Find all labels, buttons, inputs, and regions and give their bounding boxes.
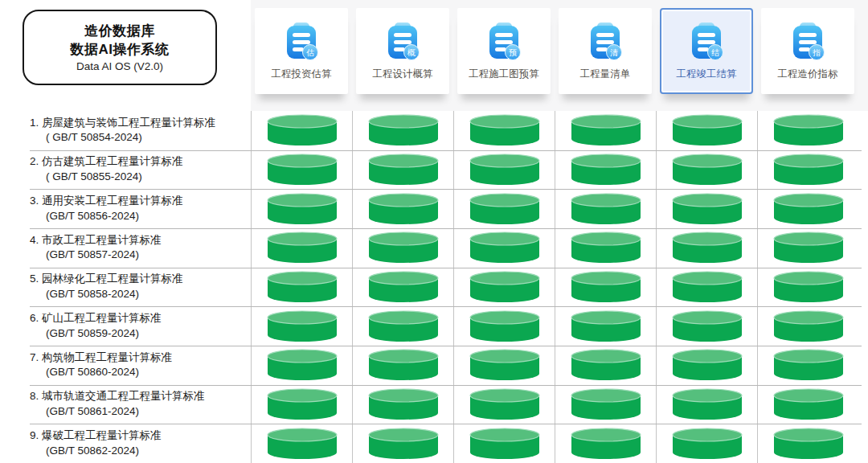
db-cell-r9-c1[interactable] — [251, 424, 352, 463]
db-cell-r1-c1[interactable] — [251, 111, 352, 150]
database-cylinder-icon — [267, 232, 338, 264]
db-cell-r8-c6[interactable] — [757, 385, 858, 424]
db-cell-r2-c6[interactable] — [757, 150, 858, 190]
db-cell-r5-c1[interactable] — [251, 268, 352, 307]
db-cell-r4-c5[interactable] — [656, 228, 757, 268]
db-cell-r3-c4[interactable] — [555, 189, 656, 228]
db-cell-r1-c3[interactable] — [453, 111, 555, 150]
db-cell-r5-c3[interactable] — [453, 268, 555, 307]
db-cell-r4-c6[interactable] — [757, 228, 858, 268]
database-cylinder-icon — [672, 310, 743, 342]
database-cylinder-icon — [267, 154, 338, 186]
standard-code: (GB/T 50859-2024) — [30, 326, 251, 342]
database-cylinder-icon — [469, 428, 540, 460]
db-cell-r6-c4[interactable] — [555, 306, 656, 346]
standard-code: (GB/T 50860-2024) — [30, 365, 251, 380]
db-cell-r8-c1[interactable] — [251, 385, 352, 424]
database-cylinder-icon — [773, 232, 844, 264]
db-cell-r3-c3[interactable] — [453, 189, 555, 228]
db-cell-r3-c5[interactable] — [656, 189, 757, 228]
row-label: 9. 爆破工程工程量计算标准 (GB/T 50862-2024) — [0, 424, 251, 463]
phase-tab-6[interactable]: 指 工程造价指标 — [761, 8, 854, 94]
db-cell-r8-c5[interactable] — [656, 385, 757, 424]
database-cylinder-icon — [469, 310, 540, 342]
database-cylinder-icon — [267, 114, 338, 146]
db-cell-r7-c5[interactable] — [656, 346, 757, 385]
database-cylinder-icon — [773, 154, 844, 186]
db-cell-r5-c5[interactable] — [656, 268, 757, 307]
database-cylinder-icon — [469, 349, 540, 381]
db-cell-r1-c2[interactable] — [352, 111, 453, 150]
app-title-box: 造价数据库 数据AI操作系统 Data AI OS (V2.0) — [23, 10, 217, 85]
db-cell-r2-c5[interactable] — [656, 150, 757, 190]
phase-badge-icon: 概 — [404, 44, 420, 59]
database-cylinder-icon — [368, 232, 439, 264]
phase-tab-1[interactable]: 估 工程投资估算 — [255, 8, 348, 94]
db-cell-r6-c3[interactable] — [453, 306, 555, 346]
db-cell-r3-c2[interactable] — [352, 189, 453, 228]
db-cell-r3-c6[interactable] — [757, 189, 858, 228]
standard-code: (GB/T 50861-2024) — [30, 404, 251, 420]
db-cell-r1-c6[interactable] — [757, 111, 858, 150]
db-cell-r7-c4[interactable] — [555, 346, 656, 385]
db-cell-r8-c2[interactable] — [352, 385, 453, 424]
db-cell-r9-c6[interactable] — [757, 424, 858, 463]
phase-tab-label: 工程竣工结算 — [677, 68, 737, 81]
database-cylinder-icon — [571, 271, 641, 303]
standard-code: (GB/T 50862-2024) — [30, 444, 251, 459]
db-cell-r2-c1[interactable] — [251, 150, 352, 190]
phase-tab-label: 工程设计概算 — [373, 68, 433, 81]
db-cell-r6-c5[interactable] — [656, 306, 757, 346]
db-cell-r7-c1[interactable] — [251, 346, 352, 385]
phase-badge-icon: 预 — [506, 44, 521, 59]
db-cell-r5-c4[interactable] — [555, 268, 656, 307]
db-cell-r9-c3[interactable] — [453, 424, 555, 463]
db-cell-r3-c1[interactable] — [251, 189, 352, 228]
phase-tab-2[interactable]: 概 工程设计概算 — [356, 8, 449, 94]
table-row: 9. 爆破工程工程量计算标准 (GB/T 50862-2024) — [0, 424, 868, 463]
row-label: 6. 矿山工程工程量计算标准 (GB/T 50859-2024) — [0, 306, 251, 346]
database-cylinder-icon — [267, 388, 338, 420]
db-cell-r4-c1[interactable] — [251, 228, 352, 268]
db-cell-r7-c2[interactable] — [352, 346, 453, 385]
db-cell-r1-c5[interactable] — [656, 111, 757, 150]
db-cell-r9-c5[interactable] — [656, 424, 757, 463]
database-cylinder-icon — [571, 154, 641, 186]
db-cell-r9-c4[interactable] — [555, 424, 656, 463]
phase-tab-strip: 估 工程投资估算 概 工程设计概算 — [251, 0, 858, 111]
db-cell-r8-c3[interactable] — [453, 385, 555, 424]
db-cell-r4-c4[interactable] — [555, 228, 656, 268]
db-cell-r7-c6[interactable] — [757, 346, 858, 385]
app-title-line1: 造价数据库 — [84, 23, 155, 40]
db-cell-r2-c2[interactable] — [352, 150, 453, 190]
phase-tab-4[interactable]: 清 工程量清单 — [559, 8, 652, 94]
db-cell-r2-c3[interactable] — [453, 150, 555, 190]
db-cell-r2-c4[interactable] — [555, 150, 656, 190]
database-cylinder-icon — [672, 193, 743, 225]
db-cell-r7-c3[interactable] — [453, 346, 555, 385]
database-cylinder-icon — [571, 232, 641, 264]
db-cell-r4-c3[interactable] — [453, 228, 555, 268]
svg-text:结: 结 — [711, 47, 719, 56]
db-cell-r5-c6[interactable] — [757, 268, 858, 307]
db-cell-r5-c2[interactable] — [352, 268, 453, 307]
phase-tab-3[interactable]: 预 工程施工图预算 — [457, 8, 551, 94]
database-cylinder-icon — [368, 388, 439, 420]
db-cell-r6-c2[interactable] — [352, 306, 453, 346]
database-cylinder-icon — [571, 193, 641, 225]
db-cell-r8-c4[interactable] — [555, 385, 656, 424]
db-cell-r4-c2[interactable] — [352, 228, 453, 268]
clipboard-icon: 预 — [485, 22, 522, 64]
phase-tab-5[interactable]: 结 工程竣工结算 — [660, 8, 753, 94]
table-row: 1. 房屋建筑与装饰工程工程量计算标准 ( GB/T 50854-2024) — [0, 111, 868, 150]
row-label: 2. 仿古建筑工程工程量计算标准 ( GB/T 50855-2024) — [0, 150, 251, 190]
table-row: 3. 通用安装工程工程量计算标准 (GB/T 50856-2024) — [0, 189, 868, 228]
db-cell-r6-c6[interactable] — [757, 306, 858, 346]
db-cell-r1-c4[interactable] — [555, 111, 656, 150]
svg-text:概: 概 — [407, 47, 416, 56]
db-cell-r6-c1[interactable] — [251, 306, 352, 346]
db-cell-r9-c2[interactable] — [352, 424, 453, 463]
clipboard-icon: 估 — [283, 22, 320, 64]
database-cylinder-icon — [672, 349, 743, 381]
database-cylinder-icon — [267, 310, 338, 342]
